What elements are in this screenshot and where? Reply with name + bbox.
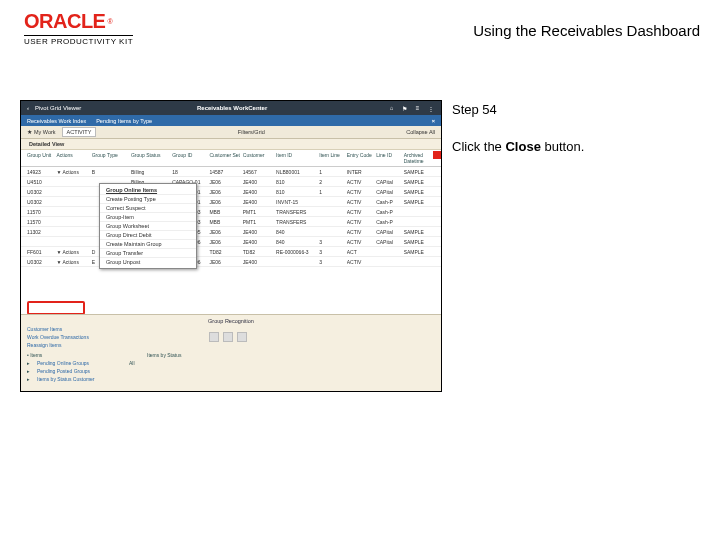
mini-icon[interactable] xyxy=(209,332,219,342)
lower-filter-label: Items by Status xyxy=(147,352,181,358)
back-icon[interactable]: ‹ xyxy=(27,105,29,111)
lower-filter-value[interactable]: All xyxy=(129,360,135,366)
breadcrumb-close-icon[interactable]: × xyxy=(432,118,435,124)
lower-link-2[interactable]: Work Overdue Transactions xyxy=(27,333,435,341)
close-button[interactable] xyxy=(27,301,85,315)
lower-iconlist xyxy=(209,332,247,342)
instruction-panel: Step 54 Click the Close button. xyxy=(452,100,584,154)
actions-menu-item[interactable]: Group Worksheet xyxy=(100,221,196,230)
col-group-unit: Group Unit xyxy=(27,152,56,164)
workcenter-title: Receivables WorkCenter xyxy=(81,105,383,111)
mini-icon[interactable] xyxy=(237,332,247,342)
table-body: 14923▼ ActionsBBilling181458714567NLB800… xyxy=(21,167,441,267)
breadcrumb-mid: Pending Items by Type xyxy=(96,118,152,124)
sublink-2[interactable]: Pending Posted Groups xyxy=(37,368,90,374)
table-header: Group Unit Actions Group Type Group Stat… xyxy=(21,150,441,167)
group-recognition-header: Group Recognition xyxy=(208,318,254,324)
sublink-3[interactable]: Items by Status Customer xyxy=(37,376,95,382)
breadcrumb-left[interactable]: Receivables Work Index xyxy=(27,118,86,124)
table-row[interactable]: 11570BillingCAPAGO-03MBBPMT1TRANSFERSACT… xyxy=(21,207,441,217)
actions-menu[interactable]: Group Online Items Create Posting TypeCo… xyxy=(99,183,197,269)
sublink-1[interactable]: Pending Online Groups xyxy=(37,360,89,366)
mywork-filter1[interactable]: ACTIVITY xyxy=(62,127,97,137)
col-group-id: Group ID xyxy=(172,152,209,164)
table-row[interactable]: FF601▼ ActionsDBilling18TD82TD82RE-00000… xyxy=(21,247,441,257)
lower-link-3[interactable]: Reassign Items xyxy=(27,341,435,349)
actions-menu-item[interactable]: Create Posting Type xyxy=(100,194,196,203)
table-row[interactable]: U0302BillingCAPAGO-01JE06JE400INVNT-15AC… xyxy=(21,197,441,207)
trademark: ® xyxy=(107,18,112,25)
col-group-status: Group Status xyxy=(131,152,172,164)
actions-menu-item[interactable]: Group Unpost xyxy=(100,257,196,266)
table-row[interactable]: 14923▼ ActionsBBilling181458714567NLB800… xyxy=(21,167,441,177)
col-item-id: Item ID xyxy=(276,152,319,164)
oracle-logo: ORACLE ® xyxy=(24,10,113,33)
col-archived: Archived Datetime xyxy=(404,152,435,164)
actions-menu-item[interactable]: Group Direct Debit xyxy=(100,230,196,239)
product-name: USER PRODUCTIVITY KIT xyxy=(24,35,133,46)
step-label: Step 54 xyxy=(452,102,584,117)
mini-icon[interactable] xyxy=(223,332,233,342)
instruction-target: Close xyxy=(505,139,540,154)
col-entry-code: Entry Code xyxy=(347,152,376,164)
actions-menu-header: Group Online Items xyxy=(100,186,196,194)
highlight-marker xyxy=(433,151,441,159)
lower-panel: Group Recognition Customer Items Work Ov… xyxy=(21,314,441,391)
app-screenshot: ‹ Pivot Grid Viewer Receivables WorkCent… xyxy=(20,100,442,392)
doc-title: Using the Receivables Dashboard xyxy=(473,22,700,39)
col-customer: Customer xyxy=(243,152,276,164)
table-row[interactable]: BillingCAPAGO-06JE06JE4008403ACTIVCAPita… xyxy=(21,237,441,247)
table-row[interactable]: 11570BillingCAPAGO-03MBBPMT1TRANSFERSACT… xyxy=(21,217,441,227)
col-customer-set: Customer Set xyxy=(209,152,242,164)
mywork-label: ★ My Work xyxy=(27,129,56,135)
col-group-type: Group Type xyxy=(92,152,131,164)
flag-icon[interactable]: ⚑ xyxy=(400,104,409,113)
settings-icon[interactable]: ⋮ xyxy=(426,104,435,113)
actions-menu-item[interactable]: Group Transfer xyxy=(100,248,196,257)
instruction-text: Click the Close button. xyxy=(452,139,584,154)
mywork-filter2[interactable]: Filters/Grid xyxy=(238,129,265,135)
collapse-all[interactable]: Collapse All xyxy=(406,129,435,135)
col-actions: Actions xyxy=(56,152,91,164)
table-row[interactable]: U0302BillingCAPAGO-01JE06JE4008101ACTIVC… xyxy=(21,187,441,197)
table-row[interactable]: 11302BillingCAPAGO-05JE06JE400840ACTIVCA… xyxy=(21,227,441,237)
brand-word: ORACLE xyxy=(24,10,105,33)
app-titlebar: ‹ Pivot Grid Viewer Receivables WorkCent… xyxy=(21,101,441,115)
table-row[interactable]: U4510BillingCAPAGO-01JE06JE4008102ACTIVC… xyxy=(21,177,441,187)
menu-icon[interactable]: ≡ xyxy=(413,104,422,113)
col-item-line: Item Line xyxy=(319,152,346,164)
table-row[interactable]: U0302▼ ActionsEBillingCAPAGO-06JE06JE400… xyxy=(21,257,441,267)
breadcrumb-bar: Receivables Work Index Pending Items by … xyxy=(21,115,441,126)
brand-block: ORACLE ® USER PRODUCTIVITY KIT xyxy=(24,10,133,46)
actions-menu-item[interactable]: Correct Suspect xyxy=(100,203,196,212)
viewer-label: Pivot Grid Viewer xyxy=(35,105,81,111)
col-line-id: Line ID xyxy=(376,152,403,164)
actions-menu-item[interactable]: Group-Item xyxy=(100,212,196,221)
mywork-bar: ★ My Work ACTIVITY Filters/Grid Collapse… xyxy=(21,126,441,139)
home-icon[interactable]: ⌂ xyxy=(387,104,396,113)
actions-menu-item[interactable]: Create Maintain Group xyxy=(100,239,196,248)
section-header: Detailed View xyxy=(21,139,441,150)
